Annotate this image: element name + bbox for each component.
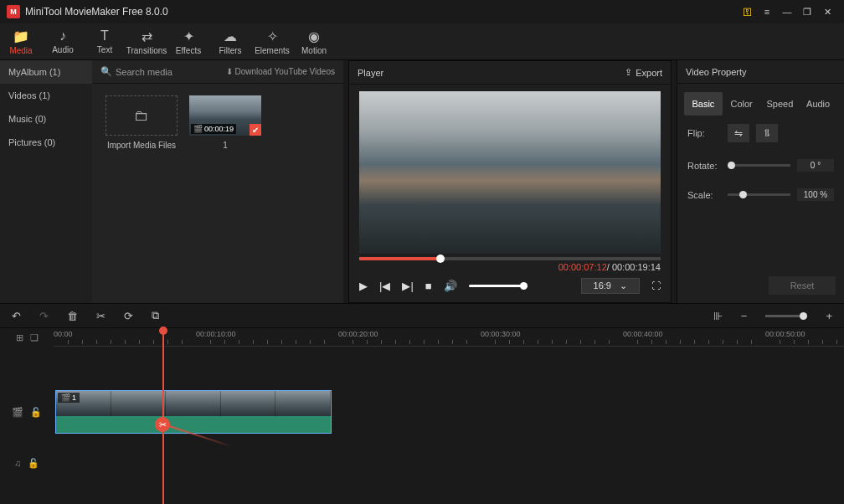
reset-button[interactable]: Reset <box>769 276 836 295</box>
rotate-value: 0 ° <box>797 159 834 172</box>
flip-label: Flip: <box>687 128 721 138</box>
ruler-tick: 00:00:30:00 <box>481 330 521 338</box>
tab-color[interactable]: Color <box>723 92 761 116</box>
effects-icon: ✦ <box>183 28 194 44</box>
scale-slider[interactable] <box>728 193 790 196</box>
tool-filters[interactable]: ☁Filters <box>209 23 251 59</box>
video-track-icon[interactable]: 🎬 <box>12 407 23 418</box>
app-logo: M <box>7 5 20 18</box>
volume-slider[interactable] <box>469 285 528 287</box>
ruler-tick: 00:00:40:00 <box>623 330 663 338</box>
motion-icon: ◉ <box>308 28 320 44</box>
tab-speed[interactable]: Speed <box>761 92 800 116</box>
import-label: Import Media Files <box>107 141 176 150</box>
undo-button[interactable]: ↶ <box>12 310 21 322</box>
track-layers-button[interactable]: ❏ <box>30 332 39 343</box>
player-label: Player <box>358 68 383 78</box>
tool-media[interactable]: 📁Media <box>0 23 42 59</box>
sidebar-item-pictures[interactable]: Pictures (0) <box>0 131 92 154</box>
video-lock-icon[interactable]: 🔓 <box>30 407 42 418</box>
key-icon[interactable]: ⚿ <box>737 2 757 22</box>
total-time: / 00:00:19:14 <box>607 262 661 272</box>
stop-button[interactable]: ■ <box>425 280 432 292</box>
crop-button[interactable]: ⧉ <box>152 309 159 322</box>
text-icon: T <box>100 28 109 44</box>
flip-horizontal-button[interactable]: ⇋ <box>728 124 749 142</box>
sidebar-item-music[interactable]: Music (0) <box>0 107 92 131</box>
audio-track-icon[interactable]: ♫ <box>14 458 21 468</box>
timeline-toolbar: ↶ ↷ 🗑 ✂ ⟳ ⧉ ⊪ − + <box>0 303 844 328</box>
ruler-tick: 00:00:20:00 <box>338 330 378 338</box>
import-media-button[interactable]: 🗀 <box>106 95 178 136</box>
sidebar-item-videos[interactable]: Videos (1) <box>0 84 92 107</box>
rotate-label: Rotate: <box>687 161 721 171</box>
next-frame-button[interactable]: ▶| <box>402 280 413 292</box>
progress-bar[interactable] <box>359 257 661 260</box>
filters-icon: ☁ <box>224 28 237 44</box>
aspect-ratio-select[interactable]: 16:9⌄ <box>581 278 640 294</box>
fullscreen-button[interactable]: ⛶ <box>651 280 661 291</box>
audio-icon: ♪ <box>59 28 66 44</box>
export-icon: ⇪ <box>625 67 632 78</box>
main-toolbar: 📁Media♪AudioTText⇄Transitions✦Effects☁Fi… <box>0 23 844 60</box>
tool-effects[interactable]: ✦Effects <box>167 23 209 59</box>
media-thumbnail[interactable]: 🎬 00:00:19 ✔ <box>189 95 261 136</box>
add-track-button[interactable]: ⊞ <box>16 332 23 343</box>
playhead[interactable]: ✂ <box>162 328 164 504</box>
tool-audio[interactable]: ♪Audio <box>42 23 84 59</box>
sidebar-item-myalbum[interactable]: MyAlbum (1) <box>0 60 92 84</box>
scale-value: 100 % <box>797 188 834 201</box>
search-icon[interactable]: 🔍 <box>100 66 112 77</box>
prev-frame-button[interactable]: |◀ <box>379 280 390 292</box>
chevron-down-icon: ⌄ <box>620 280 627 291</box>
title-bar: M MiniTool MovieMaker Free 8.0.0 ⚿ ≡ — ❐… <box>0 0 844 23</box>
tab-basic[interactable]: Basic <box>684 92 723 116</box>
property-title: Video Property <box>677 60 844 84</box>
clip-count: 1 <box>223 141 228 150</box>
zoom-in-button[interactable]: + <box>826 310 832 322</box>
search-input[interactable]: Search media <box>116 67 172 77</box>
property-panel: › Video Property BasicColorSpeedAudio Fl… <box>677 60 844 303</box>
menu-icon[interactable]: ≡ <box>757 2 777 22</box>
ruler-tick: 00:00:10:00 <box>196 330 236 338</box>
tool-transitions[interactable]: ⇄Transitions <box>126 23 167 59</box>
timeline: ⊞ ❏ 🎬 🔓 ♫ 🔓 00:0000:00:10:0000:00:20:000… <box>0 328 844 504</box>
tool-motion[interactable]: ◉Motion <box>293 23 335 59</box>
maximize-button[interactable]: ❐ <box>797 2 817 22</box>
audio-track[interactable] <box>54 450 844 476</box>
download-youtube-link[interactable]: ⬇ Download YouTube Videos <box>226 67 335 76</box>
audio-lock-icon[interactable]: 🔓 <box>28 458 39 469</box>
scissors-icon[interactable]: ✂ <box>155 417 170 432</box>
export-button[interactable]: ⇪ Export <box>625 67 662 78</box>
video-track[interactable]: 🎬 1 <box>54 388 844 435</box>
delete-button[interactable]: 🗑 <box>67 310 78 322</box>
ruler-tick: 00:00 <box>54 330 73 338</box>
player-panel: Player ⇪ Export 00:00:07:12 / 00:00:19:1… <box>348 60 672 303</box>
minimize-button[interactable]: — <box>777 2 797 22</box>
fit-button[interactable]: ⊪ <box>713 310 723 322</box>
play-button[interactable]: ▶ <box>359 280 368 292</box>
video-preview[interactable] <box>359 91 661 254</box>
tool-text[interactable]: TText <box>84 23 126 59</box>
selected-check-icon: ✔ <box>250 124 261 136</box>
split-button[interactable]: ✂ <box>96 310 106 322</box>
transitions-icon: ⇄ <box>142 28 152 44</box>
media-panel: MyAlbum (1) 🔍 Search media ⬇ Download Yo… <box>0 60 343 303</box>
volume-icon[interactable]: 🔊 <box>444 280 457 292</box>
rotate-slider[interactable] <box>728 164 790 167</box>
speed-button[interactable]: ⟳ <box>124 310 133 322</box>
timeline-ruler[interactable]: 00:0000:00:10:0000:00:20:0000:00:30:0000… <box>54 328 844 347</box>
zoom-slider[interactable] <box>765 315 807 317</box>
video-clip[interactable]: 🎬 1 <box>55 390 332 434</box>
tab-audio[interactable]: Audio <box>799 92 837 116</box>
current-time: 00:00:07:12 <box>558 262 607 272</box>
scale-label: Scale: <box>687 190 721 200</box>
zoom-out-button[interactable]: − <box>741 310 748 322</box>
close-button[interactable]: ✕ <box>817 2 837 22</box>
flip-vertical-button[interactable]: ⥮ <box>756 124 778 142</box>
app-title: MiniTool MovieMaker Free 8.0.0 <box>25 6 737 18</box>
tool-elements[interactable]: ✧Elements <box>251 23 293 59</box>
media-icon: 📁 <box>13 28 29 44</box>
redo-button[interactable]: ↷ <box>39 310 49 322</box>
ruler-tick: 00:00:50:00 <box>765 330 805 338</box>
